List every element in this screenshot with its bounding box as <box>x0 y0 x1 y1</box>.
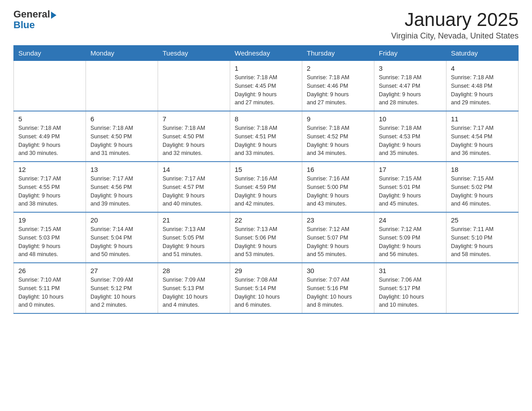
day-info: Sunrise: 7:15 AM Sunset: 5:03 PM Dayligh… <box>18 225 81 259</box>
col-header-sunday: Sunday <box>14 46 86 61</box>
day-info: Sunrise: 7:17 AM Sunset: 4:54 PM Dayligh… <box>451 124 514 158</box>
day-number: 26 <box>18 267 81 274</box>
calendar-cell: 5Sunrise: 7:18 AM Sunset: 4:49 PM Daylig… <box>14 111 86 162</box>
col-header-saturday: Saturday <box>446 46 519 61</box>
logo-blue-text: Blue <box>13 20 56 30</box>
day-info: Sunrise: 7:18 AM Sunset: 4:53 PM Dayligh… <box>379 124 442 158</box>
location-subtitle: Virginia City, Nevada, United States <box>391 31 519 41</box>
day-info: Sunrise: 7:18 AM Sunset: 4:46 PM Dayligh… <box>307 73 369 107</box>
day-info: Sunrise: 7:06 AM Sunset: 5:17 PM Dayligh… <box>379 276 442 309</box>
calendar-cell: 1Sunrise: 7:18 AM Sunset: 4:45 PM Daylig… <box>230 61 302 111</box>
day-number: 11 <box>451 115 514 123</box>
calendar-cell: 18Sunrise: 7:15 AM Sunset: 5:02 PM Dayli… <box>446 162 519 212</box>
col-header-wednesday: Wednesday <box>230 46 302 61</box>
day-info: Sunrise: 7:17 AM Sunset: 4:55 PM Dayligh… <box>18 175 81 208</box>
day-info: Sunrise: 7:18 AM Sunset: 4:50 PM Dayligh… <box>90 124 153 158</box>
logo-arrow-icon <box>51 12 56 19</box>
day-number: 22 <box>235 216 297 224</box>
day-number: 29 <box>235 267 297 274</box>
day-info: Sunrise: 7:14 AM Sunset: 5:04 PM Dayligh… <box>90 225 153 259</box>
calendar-cell <box>14 61 86 111</box>
calendar-week-row: 5Sunrise: 7:18 AM Sunset: 4:49 PM Daylig… <box>14 111 519 162</box>
day-number: 3 <box>379 64 442 72</box>
calendar-cell: 16Sunrise: 7:16 AM Sunset: 5:00 PM Dayli… <box>302 162 374 212</box>
calendar-cell: 10Sunrise: 7:18 AM Sunset: 4:53 PM Dayli… <box>374 111 446 162</box>
day-info: Sunrise: 7:16 AM Sunset: 5:00 PM Dayligh… <box>307 175 369 208</box>
day-info: Sunrise: 7:11 AM Sunset: 5:10 PM Dayligh… <box>451 225 514 259</box>
calendar-cell: 7Sunrise: 7:18 AM Sunset: 4:50 PM Daylig… <box>158 111 230 162</box>
day-number: 28 <box>163 267 225 274</box>
day-info: Sunrise: 7:13 AM Sunset: 5:05 PM Dayligh… <box>163 225 225 259</box>
calendar-week-row: 26Sunrise: 7:10 AM Sunset: 5:11 PM Dayli… <box>14 263 519 313</box>
day-info: Sunrise: 7:15 AM Sunset: 5:01 PM Dayligh… <box>379 175 442 208</box>
calendar-cell: 14Sunrise: 7:17 AM Sunset: 4:57 PM Dayli… <box>158 162 230 212</box>
calendar-cell: 25Sunrise: 7:11 AM Sunset: 5:10 PM Dayli… <box>446 212 519 263</box>
month-title: January 2025 <box>391 9 519 30</box>
calendar-cell: 23Sunrise: 7:12 AM Sunset: 5:07 PM Dayli… <box>302 212 374 263</box>
calendar-cell <box>446 263 519 313</box>
calendar-cell: 2Sunrise: 7:18 AM Sunset: 4:46 PM Daylig… <box>302 61 374 111</box>
calendar-cell <box>86 61 158 111</box>
day-info: Sunrise: 7:18 AM Sunset: 4:49 PM Dayligh… <box>18 124 81 158</box>
day-info: Sunrise: 7:15 AM Sunset: 5:02 PM Dayligh… <box>451 175 514 208</box>
day-number: 24 <box>379 216 442 224</box>
day-number: 16 <box>307 166 369 173</box>
day-number: 5 <box>18 115 81 123</box>
day-info: Sunrise: 7:13 AM Sunset: 5:06 PM Dayligh… <box>235 225 297 259</box>
logo-general-text: General <box>13 9 50 20</box>
day-number: 19 <box>18 216 81 224</box>
day-number: 31 <box>379 267 442 274</box>
day-info: Sunrise: 7:16 AM Sunset: 4:59 PM Dayligh… <box>235 175 297 208</box>
day-info: Sunrise: 7:09 AM Sunset: 5:13 PM Dayligh… <box>163 276 225 309</box>
calendar-week-row: 19Sunrise: 7:15 AM Sunset: 5:03 PM Dayli… <box>14 212 519 263</box>
calendar-week-row: 12Sunrise: 7:17 AM Sunset: 4:55 PM Dayli… <box>14 162 519 212</box>
calendar-cell: 6Sunrise: 7:18 AM Sunset: 4:50 PM Daylig… <box>86 111 158 162</box>
col-header-monday: Monday <box>86 46 158 61</box>
day-info: Sunrise: 7:18 AM Sunset: 4:45 PM Dayligh… <box>235 73 297 107</box>
calendar-cell: 24Sunrise: 7:12 AM Sunset: 5:09 PM Dayli… <box>374 212 446 263</box>
day-number: 7 <box>163 115 225 123</box>
day-info: Sunrise: 7:12 AM Sunset: 5:09 PM Dayligh… <box>379 225 442 259</box>
calendar-cell: 28Sunrise: 7:09 AM Sunset: 5:13 PM Dayli… <box>158 263 230 313</box>
day-number: 18 <box>451 166 514 173</box>
day-info: Sunrise: 7:17 AM Sunset: 4:56 PM Dayligh… <box>90 175 153 208</box>
calendar-cell: 17Sunrise: 7:15 AM Sunset: 5:01 PM Dayli… <box>374 162 446 212</box>
day-info: Sunrise: 7:12 AM Sunset: 5:07 PM Dayligh… <box>307 225 369 259</box>
day-info: Sunrise: 7:18 AM Sunset: 4:50 PM Dayligh… <box>163 124 225 158</box>
day-number: 1 <box>235 64 297 72</box>
day-number: 25 <box>451 216 514 224</box>
calendar-cell: 26Sunrise: 7:10 AM Sunset: 5:11 PM Dayli… <box>14 263 86 313</box>
col-header-tuesday: Tuesday <box>158 46 230 61</box>
calendar-cell: 29Sunrise: 7:08 AM Sunset: 5:14 PM Dayli… <box>230 263 302 313</box>
calendar-cell: 8Sunrise: 7:18 AM Sunset: 4:51 PM Daylig… <box>230 111 302 162</box>
day-info: Sunrise: 7:17 AM Sunset: 4:57 PM Dayligh… <box>163 175 225 208</box>
calendar-cell: 4Sunrise: 7:18 AM Sunset: 4:48 PM Daylig… <box>446 61 519 111</box>
calendar-cell: 30Sunrise: 7:07 AM Sunset: 5:16 PM Dayli… <box>302 263 374 313</box>
calendar-cell <box>158 61 230 111</box>
calendar-cell: 11Sunrise: 7:17 AM Sunset: 4:54 PM Dayli… <box>446 111 519 162</box>
day-number: 9 <box>307 115 369 123</box>
day-number: 15 <box>235 166 297 173</box>
day-number: 2 <box>307 64 369 72</box>
calendar-cell: 13Sunrise: 7:17 AM Sunset: 4:56 PM Dayli… <box>86 162 158 212</box>
day-number: 17 <box>379 166 442 173</box>
day-number: 20 <box>90 216 153 224</box>
calendar-cell: 27Sunrise: 7:09 AM Sunset: 5:12 PM Dayli… <box>86 263 158 313</box>
calendar-week-row: 1Sunrise: 7:18 AM Sunset: 4:45 PM Daylig… <box>14 61 519 111</box>
calendar-cell: 15Sunrise: 7:16 AM Sunset: 4:59 PM Dayli… <box>230 162 302 212</box>
day-info: Sunrise: 7:18 AM Sunset: 4:52 PM Dayligh… <box>307 124 369 158</box>
day-number: 13 <box>90 166 153 173</box>
day-number: 10 <box>379 115 442 123</box>
day-info: Sunrise: 7:18 AM Sunset: 4:51 PM Dayligh… <box>235 124 297 158</box>
calendar-header-row: SundayMondayTuesdayWednesdayThursdayFrid… <box>14 46 519 61</box>
day-number: 6 <box>90 115 153 123</box>
calendar-cell: 31Sunrise: 7:06 AM Sunset: 5:17 PM Dayli… <box>374 263 446 313</box>
day-number: 12 <box>18 166 81 173</box>
day-number: 27 <box>90 267 153 274</box>
day-number: 23 <box>307 216 369 224</box>
day-number: 14 <box>163 166 225 173</box>
calendar-cell: 20Sunrise: 7:14 AM Sunset: 5:04 PM Dayli… <box>86 212 158 263</box>
col-header-thursday: Thursday <box>302 46 374 61</box>
day-number: 4 <box>451 64 514 72</box>
calendar-cell: 3Sunrise: 7:18 AM Sunset: 4:47 PM Daylig… <box>374 61 446 111</box>
